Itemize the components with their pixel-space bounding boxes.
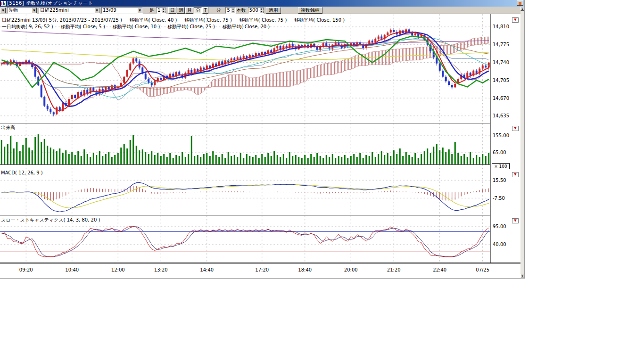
svg-text:14,705: 14,705 — [493, 78, 509, 83]
svg-text:20:00: 20:00 — [344, 267, 358, 272]
period-minute-button[interactable]: 分 — [194, 7, 202, 14]
period-week-button[interactable]: 週 — [177, 7, 185, 14]
chevron-down-icon: ▼ — [514, 18, 516, 22]
count-spinner[interactable]: 5 ▲▼ — [225, 7, 235, 14]
chevron-down-icon: ▼ — [514, 173, 516, 176]
macd-axis-menu-button[interactable]: ▼ — [512, 172, 519, 177]
count-value: 5 — [226, 8, 231, 13]
count-label: 本数 — [237, 7, 246, 14]
period-month-button[interactable]: 月 — [185, 7, 193, 14]
scroll-up-button[interactable]: ▲ — [520, 7, 524, 11]
period-day-button[interactable]: 日 — [168, 7, 176, 14]
svg-text:15.50: 15.50 — [493, 178, 506, 183]
interval-label: 足 — [149, 7, 154, 14]
volume-axis-menu-button[interactable]: ▼ — [512, 126, 519, 131]
chevron-down-icon: ▼ — [96, 9, 98, 12]
svg-text:65.00: 65.00 — [493, 150, 506, 155]
symbol-select-value: 日経225mini — [39, 8, 94, 13]
interval-spinner[interactable]: 1 ▲▼ — [156, 7, 166, 14]
window-badge-icon — [519, 2, 521, 5]
apply-button[interactable]: 適用 — [266, 7, 281, 14]
toolbar-overflow-button[interactable]: ▼ — [0, 8, 6, 13]
volume-multiplier-badge: × 100 — [492, 163, 510, 169]
scroll-down-button[interactable]: ▼ — [520, 274, 524, 278]
svg-text:22:40: 22:40 — [433, 267, 446, 272]
chevron-down-icon: ▼ — [139, 9, 141, 12]
svg-text:18:40: 18:40 — [298, 267, 312, 272]
chevron-down-icon: ▼ — [33, 9, 35, 12]
chevron-down-icon[interactable]: ▼ — [137, 8, 142, 13]
bars-value: 500 — [248, 8, 259, 13]
svg-text:155.00: 155.00 — [493, 133, 509, 138]
chevron-down-icon[interactable]: ▼ — [94, 8, 99, 13]
spinner-down-icon[interactable]: ▼ — [259, 10, 264, 13]
app-window: [5156] 指数先物/オプションチャート ▼ 先物 ▼ 日経225mini ▼… — [0, 0, 525, 279]
svg-text:14,810: 14,810 — [493, 24, 509, 29]
price-axis-menu-button[interactable]: ▼ — [512, 17, 519, 23]
chart-canvas[interactable]: 14,81014,77514,74014,70514,67014,635155.… — [0, 14, 520, 279]
svg-text:12:00: 12:00 — [111, 267, 125, 272]
svg-text:07/25: 07/25 — [476, 267, 489, 272]
toolbar: ▼ 先物 ▼ 日経225mini ▼ 13/09 ▼ 足 1 ▲▼ 日 週 月 … — [0, 7, 520, 14]
stoch-axis-menu-button[interactable]: ▼ — [512, 218, 519, 223]
app-icon — [1, 1, 6, 6]
svg-text:14,670: 14,670 — [493, 96, 509, 101]
spinner-down-icon[interactable]: ▼ — [161, 10, 165, 13]
contract-month-value: 13/09 — [102, 8, 137, 13]
titlebar[interactable]: [5156] 指数先物/オプションチャート — [0, 0, 524, 7]
window-title: [5156] 指数先物/オプションチャート — [7, 0, 93, 7]
symbol-select[interactable]: 日経225mini ▼ — [39, 7, 100, 14]
multi-symbol-button[interactable]: 複数銘柄 — [298, 7, 322, 14]
chevron-down-icon: ▼ — [514, 219, 516, 222]
svg-text:14,740: 14,740 — [493, 60, 509, 65]
svg-text:14,775: 14,775 — [493, 42, 509, 47]
chevron-down-icon: ▼ — [514, 127, 516, 130]
market-select[interactable]: 先物 ▼ — [7, 7, 37, 14]
svg-text:14:40: 14:40 — [200, 267, 214, 272]
unit-label: 分 — [216, 7, 221, 14]
market-select-value: 先物 — [8, 8, 32, 13]
svg-text:10:40: 10:40 — [65, 267, 79, 272]
svg-text:21:20: 21:20 — [387, 267, 401, 272]
chevron-down-icon: ▼ — [2, 9, 4, 12]
interval-value: 1 — [157, 8, 161, 13]
titlebar-button[interactable] — [517, 0, 523, 6]
period-tick-button[interactable]: T — [202, 7, 208, 14]
vertical-scrollbar[interactable]: ▲ ▼ — [520, 7, 524, 278]
chevron-down-icon[interactable]: ▼ — [32, 8, 37, 13]
spinner-down-icon[interactable]: ▼ — [231, 10, 235, 13]
contract-month-select[interactable]: 13/09 ▼ — [101, 7, 143, 14]
bars-spinner[interactable]: 500 ▲▼ — [248, 7, 264, 14]
svg-text:09:20: 09:20 — [19, 267, 33, 272]
svg-text:14,635: 14,635 — [493, 113, 509, 118]
svg-text:17:20: 17:20 — [255, 267, 269, 272]
svg-text:-7.50: -7.50 — [493, 196, 505, 201]
svg-text:13:20: 13:20 — [154, 267, 168, 272]
svg-text:95.00: 95.00 — [493, 224, 506, 229]
svg-text:40.00: 40.00 — [493, 242, 506, 247]
